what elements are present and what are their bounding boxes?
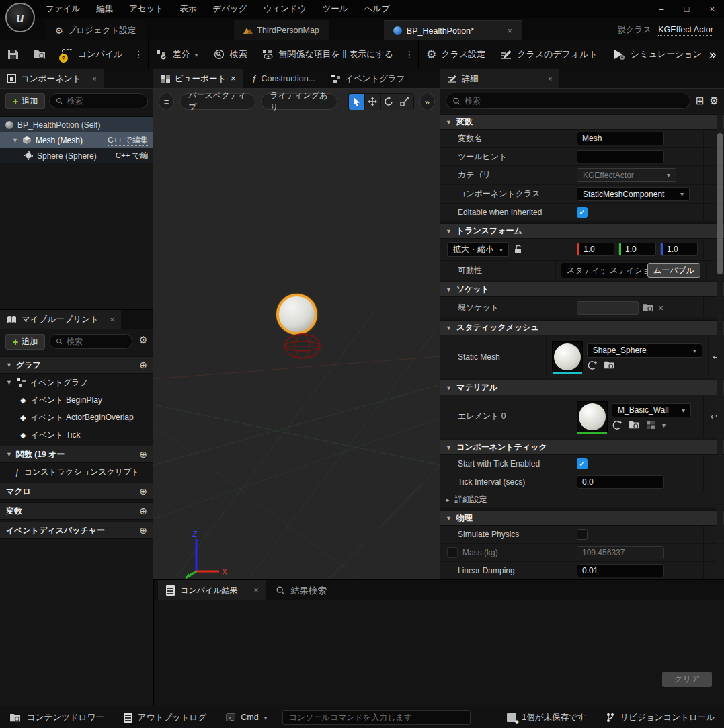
save-button[interactable] [0, 40, 26, 69]
scale-x-input[interactable] [579, 245, 614, 254]
select-tool-button[interactable] [349, 94, 365, 110]
parent-socket-input[interactable] [577, 301, 639, 315]
details-search-input[interactable] [465, 96, 684, 106]
tab-close-icon[interactable]: × [508, 26, 512, 36]
details-tab[interactable]: 詳細 × [440, 69, 559, 88]
close-icon[interactable]: × [253, 585, 258, 595]
lit-mode-button[interactable]: ライティングあり [261, 93, 337, 110]
components-tab[interactable]: コンポーネント × [0, 69, 104, 88]
browse-to-asset-icon[interactable] [629, 420, 640, 430]
close-icon[interactable]: × [231, 74, 235, 83]
scale-tool-button[interactable] [397, 94, 413, 110]
event-actorbeginoverlap-row[interactable]: ◆ イベント ActorBeginOverlap [0, 409, 153, 426]
content-drawer-button[interactable]: コンテンツドロワー [0, 706, 114, 728]
mobility-stationary-button[interactable]: ステイショ: [604, 265, 647, 276]
maximize-icon[interactable]: □ [684, 4, 690, 14]
minimize-icon[interactable]: – [659, 4, 663, 14]
cmd-dropdown[interactable]: >_ Cmd ▾ [216, 706, 276, 728]
variable-name-input[interactable] [577, 132, 664, 145]
close-icon[interactable]: × [709, 4, 715, 14]
compile-options-icon[interactable]: ⋮ [130, 49, 148, 60]
section-static-mesh[interactable]: ▼スタティックメッシュ [440, 320, 724, 335]
menu-tools[interactable]: ツール [322, 3, 348, 15]
results-search-input[interactable] [290, 585, 492, 596]
perspective-button[interactable]: パースペクティブ [179, 93, 255, 110]
compile-results-tab[interactable]: コンパイル結果 × [158, 580, 266, 600]
revision-control-button[interactable]: リビジョンコントロール [596, 706, 724, 728]
tooltip-input[interactable] [577, 150, 664, 163]
scrollbar-thumb[interactable] [717, 133, 723, 274]
static-mesh-dropdown[interactable]: Shape_Sphere▾ [587, 343, 702, 358]
tab-event-graph[interactable]: イベントグラフ [323, 69, 413, 88]
scale-z-input[interactable] [663, 245, 697, 254]
expand-arrow-icon[interactable]: ▼ [12, 137, 18, 144]
console-command-input[interactable] [282, 710, 471, 725]
add-function-icon[interactable]: ⊕ [139, 449, 147, 460]
functions-section-header[interactable]: ▼ 関数 (19 オー ⊕ [0, 446, 153, 463]
tab-bp-healthpotion[interactable]: BP_HealthPotion* × [384, 20, 522, 40]
reset-to-default-icon[interactable]: ↩ [711, 412, 717, 421]
add-variable-icon[interactable]: ⊕ [139, 505, 147, 516]
section-variable[interactable]: ▼変数 [440, 114, 724, 130]
menu-file[interactable]: ファイル [46, 3, 80, 15]
linear-damping-input[interactable] [577, 564, 664, 577]
compile-button[interactable]: ? コンパイル [54, 40, 130, 69]
section-material[interactable]: ▼マテリアル [440, 380, 724, 395]
my-blueprint-search-input[interactable] [67, 337, 125, 346]
clear-socket-icon[interactable]: × [658, 302, 663, 313]
dispatchers-section-header[interactable]: イベントディスパッチャー ⊕ [0, 522, 153, 539]
section-component-tick[interactable]: ▼コンポーネントティック [440, 440, 724, 455]
add-dispatcher-icon[interactable]: ⊕ [139, 525, 147, 536]
class-settings-button[interactable]: ⚙ クラス設定 [419, 40, 493, 69]
details-scrollbar[interactable] [717, 114, 723, 577]
material-dropdown[interactable]: M_Basic_Wall▾ [612, 403, 691, 417]
simulate-physics-checkbox[interactable] [577, 529, 588, 540]
graphs-section-header[interactable]: ▼ グラフ ⊕ [0, 356, 153, 374]
event-graph-row[interactable]: ▼ イベントグラフ [0, 374, 153, 391]
components-search[interactable] [49, 93, 148, 108]
unreal-logo-icon[interactable]: u [5, 3, 35, 32]
diff-button[interactable]: 差分 ▾ [149, 40, 206, 69]
tab-construction-script[interactable]: ƒ Construction... [243, 69, 323, 88]
add-component-button[interactable]: + 追加 [5, 93, 45, 109]
parent-class-link[interactable]: KGEffect Actor [658, 25, 713, 36]
variables-section-header[interactable]: 変数 ⊕ [0, 502, 153, 520]
tab-project-settings[interactable]: ⚙ プロジェクト設定 [46, 20, 145, 40]
browse-asset-button[interactable] [26, 40, 54, 69]
advanced-settings-row[interactable]: ▸ 詳細設定 [440, 491, 724, 509]
construction-script-row[interactable]: ƒ コンストラクションスクリプト [0, 463, 153, 481]
add-blueprint-item-button[interactable]: + 追加 [5, 334, 45, 350]
event-beginplay-row[interactable]: ◆ イベント BeginPlay [0, 391, 153, 409]
tick-interval-input[interactable] [577, 475, 664, 489]
menu-debug[interactable]: デバッグ [212, 3, 247, 15]
mobility-movable-button[interactable]: ムーバブル [647, 263, 700, 278]
class-defaults-button[interactable]: クラスのデフォルト [493, 40, 605, 69]
unsaved-status-button[interactable]: 1個が未保存です [497, 706, 596, 728]
move-tool-button[interactable] [365, 94, 381, 110]
details-settings-gear-icon[interactable]: ⚙ [710, 95, 719, 107]
add-macro-icon[interactable]: ⊕ [139, 486, 147, 497]
my-blueprint-tab[interactable]: マイブループリント × [0, 310, 121, 329]
editable-inherited-checkbox[interactable]: ✓ [577, 207, 588, 218]
static-mesh-thumbnail[interactable] [552, 341, 583, 372]
close-icon[interactable]: × [110, 315, 114, 323]
close-icon[interactable]: × [548, 75, 552, 83]
menu-edit[interactable]: 編集 [96, 3, 113, 15]
rotate-tool-button[interactable] [381, 94, 397, 110]
mobility-static-button[interactable]: スタティック [561, 265, 604, 276]
section-transform[interactable]: ▼トランスフォーム [440, 223, 724, 239]
component-row-self[interactable]: BP_HealthPotion (Self) [0, 117, 153, 132]
details-search[interactable] [446, 93, 690, 109]
use-selected-icon[interactable] [587, 360, 597, 370]
edit-in-cpp-link[interactable]: C++ で編集 [108, 135, 148, 146]
results-search[interactable] [276, 585, 724, 596]
viewport-menu-button[interactable]: ≡ [159, 93, 174, 110]
hide-unrelated-button[interactable]: 無関係な項目を非表示にする [255, 40, 401, 69]
section-socket[interactable]: ▼ソケット [440, 282, 724, 297]
use-selected-icon[interactable] [612, 420, 622, 430]
lock-open-icon[interactable] [514, 245, 522, 254]
menu-window[interactable]: ウィンドウ [264, 3, 307, 15]
section-physics[interactable]: ▼物理 [440, 510, 724, 526]
event-tick-row[interactable]: ◆ イベント Tick [0, 426, 153, 444]
menu-asset[interactable]: アセット [129, 3, 163, 15]
